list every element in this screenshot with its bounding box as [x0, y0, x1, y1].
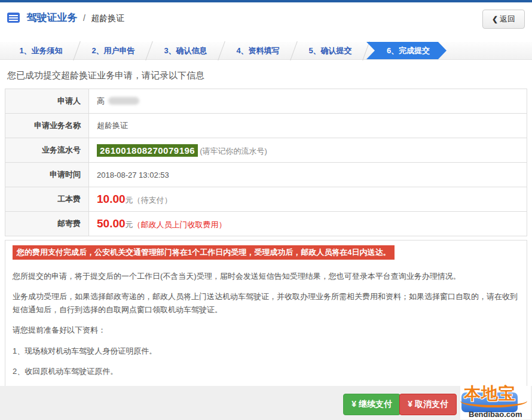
fee-unit: 元	[126, 196, 133, 205]
footer-bar: ¥ 继续支付 ¥ 取消支付 本地宝 Bendibao.com	[0, 386, 532, 420]
row-label: 申请人	[5, 89, 89, 114]
table-row-applicant: 申请人 高	[5, 89, 527, 114]
row-label: 邮寄费	[5, 212, 89, 236]
row-label: 申请时间	[5, 163, 89, 187]
row-value: 261001808270079196(请牢记你的流水号)	[89, 138, 527, 163]
logo-text-cn: 本地宝	[464, 382, 516, 405]
fee-note: （邮政人员上门收取费用）	[133, 220, 227, 229]
success-message: 您已成功提交超龄换证业务申请，请记录以下信息	[7, 70, 525, 81]
applicant-name: 高	[97, 96, 105, 105]
table-row-apply-time: 申请时间 2018-08-27 13:02:53	[5, 163, 527, 187]
back-button[interactable]: ❮返回	[482, 10, 525, 29]
chevron-left-icon: ❮	[492, 15, 498, 23]
row-value: 高	[89, 89, 527, 114]
cancel-payment-button[interactable]: ¥ 取消支付	[399, 394, 457, 415]
back-button-label: 返回	[500, 14, 515, 23]
redacted-name-blur	[108, 97, 139, 105]
step-6-complete-submit[interactable]: 6、完成提交	[366, 42, 447, 59]
logo-domain-text: Bendibao.com	[469, 410, 522, 419]
page-title: 驾驶证业务	[26, 12, 77, 23]
step-1-business-notice[interactable]: 1、业务须知	[5, 42, 77, 59]
breadcrumb-current: 超龄换证	[91, 13, 124, 23]
step-progress-bar: 1、业务须知 2、用户申告 3、确认信息 4、资料填写 5、确认提交 6、完成提…	[0, 42, 532, 60]
notice-paragraph: 业务成功受理后，如果选择邮政寄递的，邮政人员将上门送达机动车驾驶证，并收取办理业…	[13, 290, 519, 316]
table-row-production-fee: 工本费 10.00元（待支付）	[5, 187, 527, 212]
step-2-user-declaration[interactable]: 2、用户申告	[77, 42, 149, 59]
row-label: 申请业务名称	[5, 114, 89, 138]
fee-note: （待支付）	[133, 196, 172, 205]
fee-unit: 元	[126, 220, 133, 229]
step-4-fill-data[interactable]: 4、资料填写	[222, 42, 294, 59]
document-list-icon	[7, 13, 20, 23]
page-header: 驾驶证业务 / 超龄换证 ❮返回	[0, 2, 532, 34]
notice-list-item: 1、现场核对机动车驾驶人身份证明原件。	[13, 345, 519, 357]
fee-amount: 50.00	[97, 217, 126, 230]
row-value: 2018-08-27 13:02:53	[89, 163, 527, 187]
row-value: 10.00元（待支付）	[89, 187, 527, 212]
step-3-confirm-info[interactable]: 3、确认信息	[149, 42, 222, 59]
notice-paragraph: 请您提前准备好以下资料：	[13, 324, 519, 336]
row-value: 50.00元（邮政人员上门收取费用）	[89, 212, 527, 236]
fee-amount: 10.00	[97, 193, 126, 205]
table-row-business-name: 申请业务名称 超龄换证	[5, 114, 527, 138]
row-label: 工本费	[5, 187, 89, 212]
row-label: 业务流水号	[5, 138, 89, 163]
table-row-flow-number: 业务流水号 261001808270079196(请牢记你的流水号)	[5, 138, 527, 163]
step-5-confirm-submit[interactable]: 5、确认提交	[294, 42, 366, 59]
flow-number-badge: 261001808270079196	[97, 144, 198, 157]
notice-list-item: 2、收回原机动车驾驶证原件。	[13, 365, 519, 378]
notice-paragraph: 您所提交的申请，将于提交后的一个工作日(不含当天)受理，届时会发送短信告知受理结…	[13, 270, 519, 282]
table-row-postage-fee: 邮寄费 50.00元（邮政人员上门收取费用）	[5, 212, 527, 236]
breadcrumb-separator: /	[83, 13, 85, 23]
bendibao-logo: 本地宝 Bendibao.com	[460, 386, 531, 419]
row-value: 超龄换证	[89, 114, 527, 138]
application-info-table: 申请人 高 申请业务名称 超龄换证 业务流水号 2610018082700791…	[5, 89, 527, 236]
continue-payment-button[interactable]: ¥ 继续支付	[343, 394, 400, 415]
payment-alert-banner: 您的费用支付完成后，公安机关交通管理部门将在1个工作日内受理，受理成功后，邮政人…	[13, 245, 395, 260]
flow-number-note: (请牢记你的流水号)	[200, 147, 267, 156]
